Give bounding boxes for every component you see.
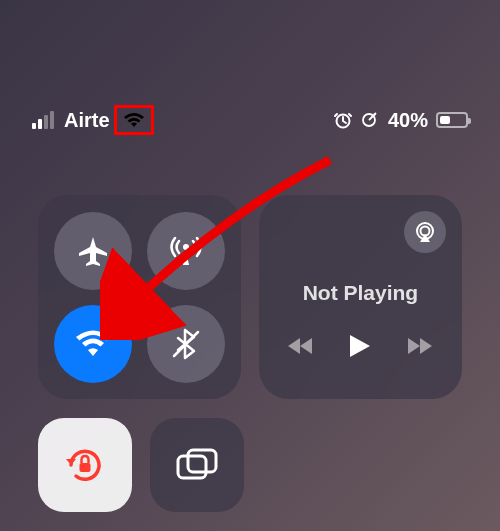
bluetooth-icon	[168, 326, 204, 362]
media-panel[interactable]: Not Playing	[259, 195, 462, 399]
airplane-mode-button[interactable]	[54, 212, 132, 290]
svg-point-3	[183, 244, 189, 250]
svg-rect-16	[188, 450, 216, 472]
forward-icon[interactable]	[406, 336, 434, 356]
wifi-icon	[123, 112, 145, 128]
svg-rect-15	[178, 456, 206, 478]
battery-icon	[436, 112, 468, 128]
airplay-icon	[413, 220, 437, 244]
control-center-panels: Not Playing	[38, 195, 462, 399]
location-icon	[360, 111, 378, 129]
alarm-icon	[334, 111, 352, 129]
wifi-status-highlight	[114, 105, 154, 135]
status-right: 40%	[334, 109, 468, 132]
cellular-signal-icon	[32, 111, 54, 129]
svg-rect-14	[80, 463, 91, 472]
status-bar: Airte 40%	[0, 105, 500, 135]
status-left: Airte	[32, 105, 154, 135]
svg-marker-12	[420, 338, 432, 354]
airplane-icon	[75, 233, 111, 269]
screen-mirroring-icon	[174, 446, 220, 484]
play-icon[interactable]	[348, 333, 372, 359]
svg-marker-8	[300, 338, 312, 354]
rewind-icon[interactable]	[286, 336, 314, 356]
connectivity-panel[interactable]	[38, 195, 241, 399]
svg-marker-9	[288, 338, 300, 354]
cellular-antenna-icon	[168, 233, 204, 269]
bottom-controls-row	[38, 418, 244, 512]
rotation-lock-icon	[63, 443, 107, 487]
media-title: Not Playing	[277, 281, 444, 305]
battery-percentage: 40%	[388, 109, 428, 132]
bluetooth-button[interactable]	[147, 305, 225, 383]
wifi-button[interactable]	[54, 305, 132, 383]
screen-mirroring-button[interactable]	[150, 418, 244, 512]
carrier-label: Airte	[64, 109, 110, 132]
airplay-button[interactable]	[404, 211, 446, 253]
wifi-icon	[74, 329, 112, 359]
rotation-lock-button[interactable]	[38, 418, 132, 512]
media-controls	[277, 333, 444, 359]
svg-marker-11	[408, 338, 420, 354]
svg-marker-13	[66, 459, 76, 465]
svg-marker-10	[350, 335, 370, 357]
cellular-data-button[interactable]	[147, 212, 225, 290]
